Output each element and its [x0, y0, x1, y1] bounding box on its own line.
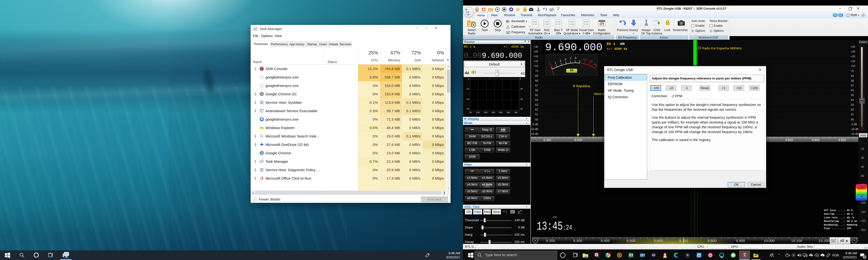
svg-text:7: 7	[570, 57, 571, 60]
svg-text:9: 9	[575, 57, 576, 60]
svg-text:+40: +40	[588, 59, 593, 63]
svg-text:5: 5	[565, 58, 566, 61]
svg-text:+20: +20	[582, 58, 587, 62]
svg-text:1: 1	[555, 62, 556, 64]
svg-text:3: 3	[560, 60, 561, 62]
svg-text:+60: +60	[593, 62, 597, 67]
